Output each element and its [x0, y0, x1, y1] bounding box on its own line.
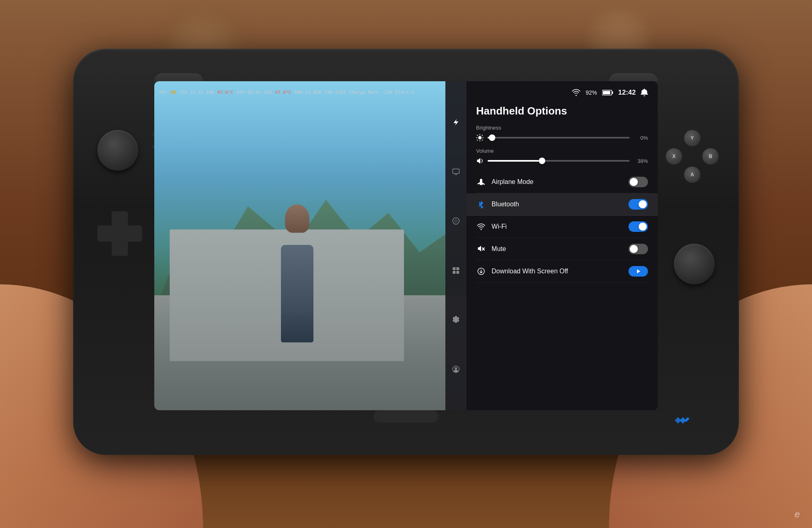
volume-icon: [476, 157, 484, 164]
svg-rect-15: [612, 91, 613, 94]
svg-point-17: [478, 136, 482, 139]
device-screen: FPS 30 CPU 32.3% 16W 47.6°C GPU 60.9% 15…: [154, 81, 658, 410]
airplane-mode-label: Airplane Mode: [492, 178, 623, 186]
charge-stat: Charge Rate -23W: [349, 90, 392, 95]
character-head: [285, 204, 309, 233]
wifi-icon: [476, 222, 486, 232]
right-analog-stick[interactable]: [674, 244, 715, 284]
volume-value: 38%: [634, 158, 648, 164]
sidebar-icon-grid[interactable]: [449, 263, 463, 278]
watermark: e: [795, 509, 800, 520]
download-screen-off-label: Download With Screen Off: [492, 268, 623, 275]
hud-overlay: FPS 30 CPU 32.3% 16W 47.6°C GPU 60.9% 15…: [159, 86, 462, 98]
svg-point-7: [456, 222, 456, 223]
bluetooth-toggle[interactable]: [628, 199, 648, 210]
fps-label: FPS: [159, 90, 167, 95]
brightness-thumb[interactable]: [489, 134, 495, 141]
device-logo: [674, 416, 690, 426]
airplane-mode-row[interactable]: Airplane Mode: [476, 171, 648, 193]
settings-panel: 92% 12:42 Handheld Options Brigh: [466, 81, 658, 410]
mute-label: Mute: [492, 245, 623, 253]
svg-marker-0: [454, 119, 458, 126]
svg-line-24: [482, 135, 483, 136]
svg-point-26: [480, 229, 482, 230]
game-character: [273, 204, 322, 318]
panel-title: Handheld Options: [476, 105, 648, 117]
volume-track[interactable]: [488, 160, 630, 162]
character-legs: [281, 314, 313, 342]
abxy-buttons: Y X B A: [666, 130, 719, 183]
svg-line-23: [482, 140, 483, 141]
svg-line-25: [477, 140, 478, 141]
brightness-label: Brightness: [476, 125, 648, 131]
gpu-temp: 47.0°C: [275, 90, 291, 95]
download-screen-off-row[interactable]: Download With Screen Off: [476, 260, 648, 283]
airplane-mode-icon: [476, 177, 486, 187]
button-a[interactable]: A: [684, 167, 700, 183]
download-screen-off-icon: [476, 266, 486, 276]
gpu-stat: GPU 60.9% 15W: [237, 90, 272, 95]
electric-stat: Electri: [395, 90, 414, 95]
wifi-row[interactable]: Wi-Fi: [476, 216, 648, 238]
sidebar-icon-lightning[interactable]: [449, 115, 463, 130]
center-button[interactable]: [374, 410, 438, 422]
status-time: 12:42: [618, 89, 636, 97]
cpu-temp: 47.6°C: [217, 90, 233, 95]
character-body: [281, 245, 313, 318]
cpu-stat: CPU 32.3% 16W: [179, 90, 214, 95]
volume-slider-row: 38%: [476, 157, 648, 164]
gaming-device: FPS 30 CPU 32.3% 16W 47.6°C GPU 60.9% 15…: [73, 49, 739, 455]
notification-bell-icon: [641, 89, 648, 97]
volume-thumb[interactable]: [539, 158, 545, 164]
svg-rect-1: [453, 169, 459, 173]
dpad[interactable]: [97, 211, 142, 256]
battery-percentage: 92%: [585, 89, 597, 96]
settings-content: Handheld Options Brightness: [466, 101, 658, 291]
volume-label: Volume: [476, 148, 648, 154]
svg-rect-16: [603, 91, 610, 94]
ram-stat: RAM 12.8GB: [294, 90, 321, 95]
dpad-vertical: [112, 211, 128, 256]
brightness-track[interactable]: [488, 137, 630, 138]
bluetooth-row[interactable]: Bluetooth: [466, 193, 658, 216]
game-display: FPS 30 CPU 32.3% 16W 47.6°C GPU 60.9% 15…: [154, 81, 466, 410]
button-y[interactable]: Y: [684, 130, 700, 146]
brightness-slider-row: 0%: [476, 134, 648, 141]
sidebar-icon-profile[interactable]: [449, 362, 463, 377]
bluetooth-icon: [476, 199, 486, 209]
svg-marker-30: [637, 269, 640, 273]
sidebar-icon-settings[interactable]: [449, 312, 463, 327]
wifi-label: Wi-Fi: [492, 223, 623, 230]
sidebar-icons: [445, 81, 466, 410]
sidebar-icon-display[interactable]: [449, 164, 463, 179]
svg-rect-10: [453, 271, 456, 274]
svg-rect-8: [453, 267, 456, 270]
button-x[interactable]: X: [666, 148, 682, 164]
status-bar: 92% 12:42: [466, 81, 658, 101]
mute-toggle[interactable]: [628, 244, 648, 254]
left-analog-stick[interactable]: [97, 130, 138, 171]
svg-rect-9: [456, 267, 459, 270]
svg-point-3: [453, 218, 459, 224]
button-b[interactable]: B: [702, 148, 719, 164]
svg-rect-11: [456, 271, 459, 274]
fps-value: 30: [171, 90, 176, 95]
wifi-toggle[interactable]: [628, 221, 648, 232]
sidebar-icon-gamepad[interactable]: [449, 214, 463, 228]
airplane-mode-toggle[interactable]: [628, 177, 648, 187]
brightness-value: 0%: [634, 135, 648, 141]
svg-point-13: [455, 367, 457, 370]
download-screen-off-toggle[interactable]: [628, 266, 648, 277]
mute-row[interactable]: Mute: [476, 238, 648, 260]
svg-point-4: [454, 221, 455, 221]
wifi-status-icon: [572, 89, 581, 96]
fan-stat: FAN 2369: [324, 90, 346, 95]
battery-icon: [602, 89, 613, 96]
mute-icon: [476, 244, 486, 254]
volume-fill: [488, 160, 542, 162]
brightness-icon: [476, 134, 484, 141]
svg-point-5: [457, 221, 458, 221]
svg-line-22: [477, 135, 478, 136]
svg-point-6: [456, 219, 456, 220]
bluetooth-label: Bluetooth: [492, 201, 623, 208]
